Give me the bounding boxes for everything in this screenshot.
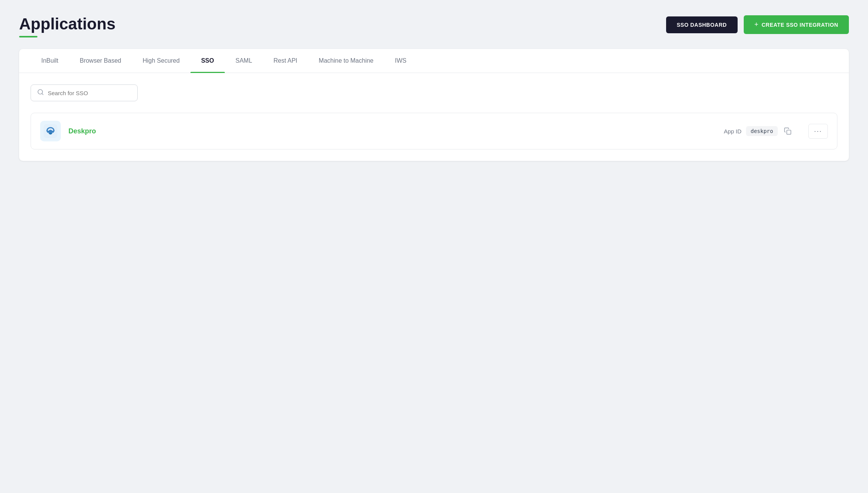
content-area: Deskpro App ID deskpro ··· [19, 73, 849, 161]
tab-iws[interactable]: IWS [384, 49, 417, 73]
tab-saml[interactable]: SAML [225, 49, 263, 73]
app-id-badge: deskpro [746, 126, 778, 136]
title-underline [19, 36, 37, 37]
page-title-wrap: Applications [19, 15, 115, 37]
more-options-button[interactable]: ··· [808, 124, 828, 139]
ellipsis-icon: ··· [814, 127, 822, 135]
svg-point-5 [52, 131, 54, 133]
tab-machine-to-machine[interactable]: Machine to Machine [308, 49, 384, 73]
search-icon [37, 89, 44, 97]
search-input-wrap [31, 84, 138, 101]
app-icon-wrap [40, 121, 61, 141]
page-header: Applications SSO DASHBOARD + CREATE SSO … [19, 15, 849, 37]
create-sso-label: CREATE SSO INTEGRATION [762, 22, 838, 28]
app-id-section: App ID deskpro [724, 126, 793, 136]
copy-app-id-button[interactable] [782, 126, 793, 136]
search-container [31, 84, 837, 101]
app-row: Deskpro App ID deskpro ··· [31, 113, 837, 149]
page-title: Applications [19, 15, 115, 33]
svg-rect-6 [787, 130, 791, 135]
app-name: Deskpro [68, 127, 716, 135]
create-sso-button[interactable]: + CREATE SSO INTEGRATION [744, 15, 849, 34]
tab-rest-api[interactable]: Rest API [263, 49, 308, 73]
header-buttons: SSO DASHBOARD + CREATE SSO INTEGRATION [666, 15, 849, 34]
tab-browser-based[interactable]: Browser Based [69, 49, 132, 73]
plus-icon: + [754, 21, 759, 29]
tab-high-secured[interactable]: High Secured [132, 49, 190, 73]
tab-sso[interactable]: SSO [190, 49, 225, 73]
apps-list: Deskpro App ID deskpro ··· [31, 113, 837, 149]
app-id-label: App ID [724, 128, 741, 135]
svg-point-4 [47, 131, 49, 133]
main-card: InBuiltBrowser BasedHigh SecuredSSOSAMLR… [19, 49, 849, 161]
search-input[interactable] [48, 90, 131, 96]
sso-dashboard-button[interactable]: SSO DASHBOARD [666, 16, 738, 33]
deskpro-icon [44, 124, 57, 138]
svg-line-1 [42, 94, 43, 95]
tab-inbuilt[interactable]: InBuilt [31, 49, 69, 73]
tabs-container: InBuiltBrowser BasedHigh SecuredSSOSAMLR… [19, 49, 849, 73]
